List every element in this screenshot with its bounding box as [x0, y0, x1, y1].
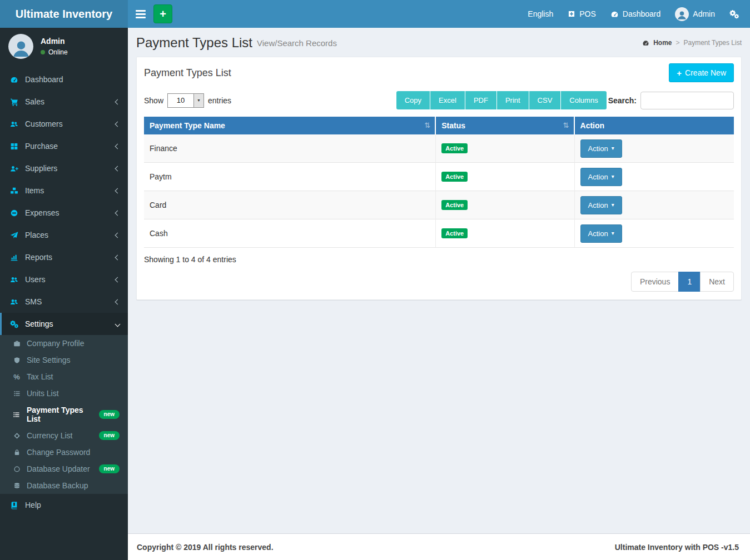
column-header-action: Action [575, 117, 734, 134]
sidebar-item-settings[interactable]: Settings [0, 313, 128, 335]
version-text: Ultimate Inventory with POS -v1.5 [615, 543, 739, 552]
content-header: Payment Types List View/Search Records H… [128, 28, 750, 56]
submenu-item-change-password[interactable]: Change Password [0, 444, 128, 461]
new-badge: new [99, 431, 120, 440]
home-icon [642, 39, 649, 47]
user-avatar [8, 34, 33, 59]
page-length-control: Show 10 ▼ entries [144, 93, 231, 108]
action-dropdown-button[interactable]: Action▾ [580, 168, 622, 186]
submenu-item-company-profile[interactable]: Company Profile [0, 335, 128, 352]
submenu-item-database-backup[interactable]: Database Backup [0, 477, 128, 494]
sidebar-item-help[interactable]: Help [0, 494, 128, 516]
bar-chart-icon [8, 253, 20, 262]
user-plus-icon [8, 164, 20, 173]
table-row: Paytm Active Action▾ [144, 163, 734, 191]
nav-language[interactable]: English [528, 9, 553, 18]
sidebar-item-users[interactable]: Users [0, 268, 128, 291]
pdf-button[interactable]: PDF [465, 91, 497, 109]
cubes-icon [8, 187, 20, 195]
columns-button[interactable]: Columns [561, 91, 606, 109]
chevron-left-icon [115, 99, 121, 104]
sidebar-item-sales[interactable]: Sales [0, 91, 128, 113]
nav-dashboard[interactable]: Dashboard [610, 9, 661, 18]
sidebar-item-reports[interactable]: Reports [0, 246, 128, 268]
sidebar-menu: Dashboard Sales Customers Purchase Suppl… [0, 68, 128, 335]
new-badge: new [99, 410, 120, 419]
gauge-icon [8, 76, 20, 84]
status-badge: Active [441, 172, 468, 182]
status-badge: Active [441, 143, 468, 153]
table-row: Card Active Action▾ [144, 191, 734, 219]
nav-user-menu[interactable]: Admin [675, 7, 715, 21]
list-icon [11, 390, 22, 397]
table-row: Finance Active Action▾ [144, 134, 734, 163]
sidebar-toggle-menu-icon[interactable] [136, 10, 146, 18]
users-icon [8, 120, 20, 128]
pagination-page-1[interactable]: 1 [678, 272, 701, 292]
submenu-item-payment-types-list[interactable]: Payment Types List new [0, 402, 128, 427]
sidebar-item-purchase[interactable]: Purchase [0, 135, 128, 157]
sidebar-item-dashboard[interactable]: Dashboard [0, 68, 128, 91]
search-input[interactable] [640, 92, 734, 109]
csv-button[interactable]: CSV [529, 91, 562, 109]
pagination-next[interactable]: Next [700, 272, 734, 292]
brand-logo[interactable]: Ultimate Inventory [0, 0, 128, 28]
lock-icon [11, 449, 22, 456]
chevron-left-icon [115, 166, 121, 171]
paper-plane-icon [8, 231, 20, 239]
payment-type-name-cell: Finance [144, 134, 436, 163]
page-length-select[interactable]: 10 ▼ [167, 93, 204, 108]
sidebar-item-items[interactable]: Items [0, 179, 128, 202]
nav-settings-gears[interactable] [729, 9, 739, 19]
action-dropdown-button[interactable]: Action▾ [580, 139, 622, 158]
payment-type-name-cell: Paytm [144, 163, 436, 191]
status-badge: Active [441, 228, 468, 238]
sort-icon: ⇅ [424, 121, 430, 129]
nav-pos[interactable]: POS [568, 9, 596, 18]
users-icon [8, 298, 20, 306]
table-controls: Show 10 ▼ entries Copy Excel PDF Print C… [144, 91, 734, 109]
copyright-text: Copyright © 2019 All rights reserved. [137, 543, 274, 552]
sidebar-item-sms[interactable]: SMS [0, 291, 128, 313]
sidebar-item-suppliers[interactable]: Suppliers [0, 157, 128, 179]
excel-button[interactable]: Excel [430, 91, 465, 109]
panel-header: Payment Types List + Create New [144, 63, 734, 82]
page-footer: Copyright © 2019 All rights reserved. Ul… [128, 533, 750, 560]
sidebar: Admin Online Dashboard Sales Customers P… [0, 28, 128, 560]
table-row: Cash Active Action▾ [144, 219, 734, 248]
plus-icon: + [160, 8, 166, 19]
sidebar-item-expenses[interactable]: Expenses [0, 202, 128, 224]
submenu-item-site-settings[interactable]: Site Settings [0, 352, 128, 368]
sidebar-item-places[interactable]: Places [0, 224, 128, 246]
dashboard-icon [610, 10, 619, 18]
top-navbar: Ultimate Inventory + English POS Dashboa… [0, 0, 750, 28]
chevron-left-icon [115, 143, 121, 149]
payment-type-name-cell: Cash [144, 219, 436, 248]
column-header-status[interactable]: Status ⇅ [436, 117, 574, 134]
sort-icon: ⇅ [563, 121, 569, 129]
sidebar-item-customers[interactable]: Customers [0, 113, 128, 135]
export-button-group: Copy Excel PDF Print CSV Columns [396, 91, 607, 109]
submenu-item-units-list[interactable]: Units List [0, 385, 128, 402]
submenu-item-tax-list[interactable]: % Tax List [0, 368, 128, 385]
submenu-item-currency-list[interactable]: Currency List new [0, 427, 128, 444]
user-avatar [675, 7, 689, 21]
print-button[interactable]: Print [497, 91, 529, 109]
caret-down-icon: ▾ [612, 146, 614, 151]
pagination-previous[interactable]: Previous [631, 272, 679, 292]
action-dropdown-button[interactable]: Action▾ [580, 224, 622, 243]
copy-button[interactable]: Copy [396, 91, 430, 109]
action-dropdown-button[interactable]: Action▾ [580, 196, 622, 214]
submenu-item-database-updater[interactable]: Database Updater new [0, 461, 128, 477]
book-icon [8, 501, 20, 509]
create-new-button[interactable]: + Create New [669, 63, 734, 82]
search-control: Search: [608, 92, 734, 109]
search-label: Search: [608, 96, 637, 105]
users-icon [8, 276, 20, 284]
breadcrumb-home-link[interactable]: Home [653, 39, 672, 47]
chevron-left-icon [115, 232, 121, 238]
quick-add-button[interactable]: + [153, 4, 172, 23]
list-icon [11, 411, 22, 418]
cart-icon [8, 98, 20, 106]
column-header-payment-type-name[interactable]: Payment Type Name ⇅ [144, 117, 436, 134]
